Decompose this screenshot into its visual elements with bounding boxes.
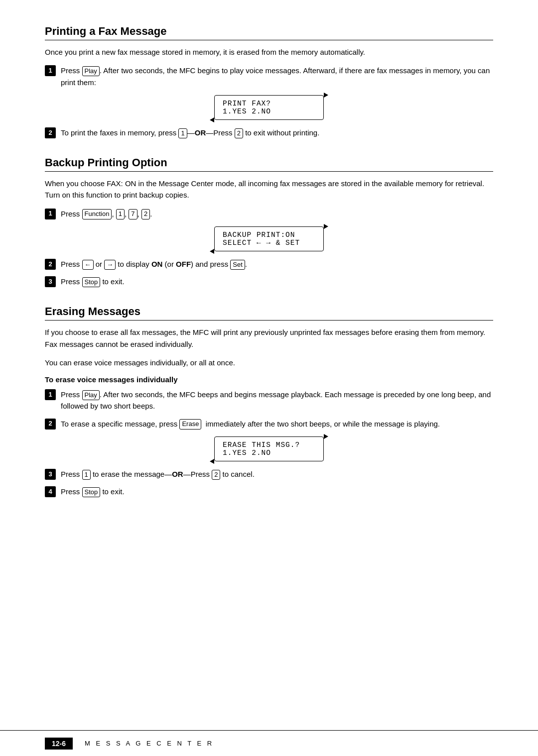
- key-2-backup: 2: [141, 209, 150, 219]
- step-num-backup-3: 3: [45, 276, 56, 287]
- play-key-erase: Play: [82, 390, 100, 400]
- step-content-backup-1: Press Function, 1, 7, 2.: [61, 208, 493, 219]
- step-fax-1: 1 Press Play. After two seconds, the MFC…: [45, 65, 493, 88]
- section-title-printing-fax: Printing a Fax Message: [45, 25, 493, 38]
- section-title-erasing: Erasing Messages: [45, 305, 493, 318]
- lcd-print-fax: PRINT FAX? 1.YES 2.NO: [214, 95, 324, 120]
- key-1-erase: 1: [82, 470, 91, 480]
- lcd-erase-line2: 1.YES 2.NO: [223, 449, 312, 457]
- step-erase-1: 1 Press Play. After two seconds, the MFC…: [45, 389, 493, 412]
- lcd-backup-wrapper: BACKUP PRINT:ON SELECT ← → & SET: [45, 226, 493, 251]
- footer: 12-6 M E S S A G E C E N T E R: [0, 730, 538, 756]
- stop-key-erase: Stop: [82, 487, 101, 497]
- footer-page-number: 12-6: [45, 738, 73, 750]
- key-1-fax: 1: [178, 128, 187, 138]
- step-content-fax-2: To print the faxes in memory, press 1—OR…: [61, 127, 493, 138]
- step-backup-3: 3 Press Stop to exit.: [45, 276, 493, 287]
- lcd-backup-line1: BACKUP PRINT:ON: [223, 231, 312, 239]
- step-num-erase-1: 1: [45, 389, 56, 400]
- step-content-backup-3: Press Stop to exit.: [61, 276, 493, 287]
- step-content-fax-1: Press Play. After two seconds, the MFC b…: [61, 65, 493, 88]
- sub-heading-erase-voice: To erase voice messages individually: [45, 375, 493, 384]
- stop-key-backup: Stop: [82, 277, 101, 287]
- step-num-fax-1: 1: [45, 65, 56, 76]
- intro-printing-fax: Once you print a new fax message stored …: [45, 46, 493, 58]
- section-divider-1: [45, 40, 493, 40]
- function-key: Function: [82, 209, 112, 219]
- section-divider-3: [45, 320, 493, 321]
- key-7-backup: 7: [129, 209, 137, 219]
- step-num-erase-3: 3: [45, 469, 56, 480]
- key-2-erase: 2: [212, 470, 220, 480]
- lcd-erase: ERASE THIS MSG.? 1.YES 2.NO: [214, 436, 324, 461]
- step-fax-2: 2 To print the faxes in memory, press 1—…: [45, 127, 493, 138]
- section-divider-2: [45, 171, 493, 172]
- step-num-erase-4: 4: [45, 486, 56, 497]
- step-backup-2: 2 Press ← or → to display ON (or OFF) an…: [45, 258, 493, 270]
- lcd-backup-line2: SELECT ← → & SET: [223, 239, 312, 247]
- step-content-backup-2: Press ← or → to display ON (or OFF) and …: [61, 258, 493, 270]
- lcd-backup: BACKUP PRINT:ON SELECT ← → & SET: [214, 226, 324, 251]
- step-content-erase-1: Press Play. After two seconds, the MFC b…: [61, 389, 493, 412]
- step-erase-3: 3 Press 1 to erase the message—OR—Press …: [45, 468, 493, 480]
- step-num-backup-2: 2: [45, 259, 56, 270]
- intro-erasing-2: You can erase voice messages individuall…: [45, 357, 493, 368]
- play-key-1: Play: [82, 66, 100, 76]
- lcd-print-fax-line1: PRINT FAX?: [223, 100, 312, 108]
- page: Printing a Fax Message Once you print a …: [0, 0, 538, 756]
- lcd-erase-wrapper: ERASE THIS MSG.? 1.YES 2.NO: [45, 436, 493, 461]
- intro-erasing: If you choose to erase all fax messages,…: [45, 326, 493, 350]
- step-erase-4: 4 Press Stop to exit.: [45, 486, 493, 497]
- set-key: Set: [230, 260, 245, 270]
- arrow-left-key: ←: [82, 260, 94, 270]
- footer-section-label: M E S S A G E C E N T E R: [85, 740, 214, 747]
- key-2-fax: 2: [235, 128, 243, 138]
- step-num-fax-2: 2: [45, 127, 56, 138]
- section-title-backup: Backup Printing Option: [45, 156, 493, 169]
- step-num-erase-2: 2: [45, 419, 56, 430]
- lcd-print-fax-line2: 1.YES 2.NO: [223, 108, 312, 115]
- step-backup-1: 1 Press Function, 1, 7, 2.: [45, 208, 493, 219]
- step-erase-2: 2 To erase a specific message, press Era…: [45, 418, 493, 430]
- lcd-print-fax-wrapper: PRINT FAX? 1.YES 2.NO: [45, 95, 493, 120]
- arrow-right-key: →: [104, 260, 116, 270]
- erase-key: Erase: [179, 419, 201, 429]
- step-content-erase-4: Press Stop to exit.: [61, 486, 493, 497]
- intro-backup: When you choose FAX: ON in the Message C…: [45, 178, 493, 201]
- key-1-backup: 1: [116, 209, 125, 219]
- lcd-erase-line1: ERASE THIS MSG.?: [223, 441, 312, 449]
- step-content-erase-3: Press 1 to erase the message—OR—Press 2 …: [61, 468, 493, 480]
- step-content-erase-2: To erase a specific message, press Erase…: [61, 418, 493, 430]
- step-num-backup-1: 1: [45, 209, 56, 219]
